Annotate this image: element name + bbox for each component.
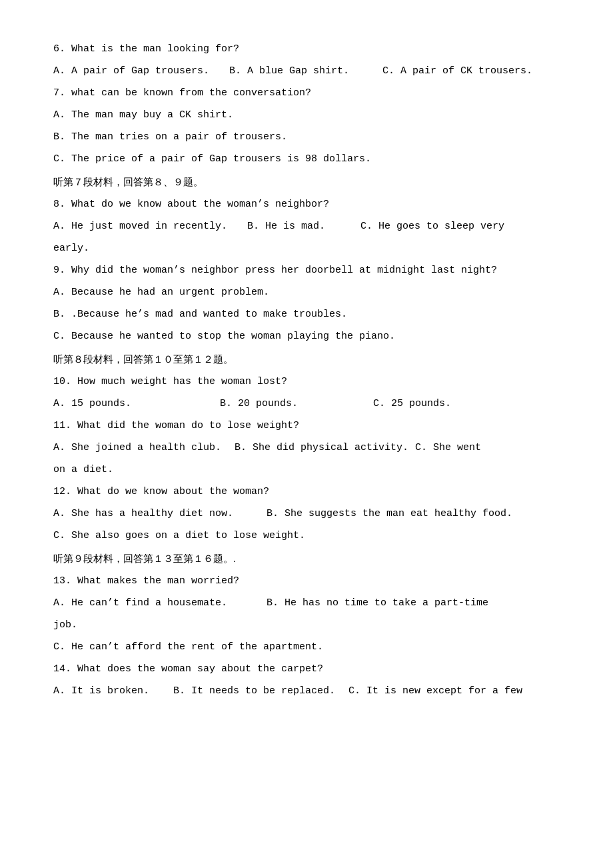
options-wrap3: A. He can’t find a housemate.B. He has n… bbox=[53, 594, 560, 612]
content-block: C. The price of a pair of Gap trousers i… bbox=[53, 150, 560, 168]
content-block: C. Because he wanted to stop the woman p… bbox=[53, 327, 560, 345]
option-text: A. The man may buy a CK shirt. bbox=[53, 106, 560, 124]
option-b: B. She did physical activity. bbox=[235, 439, 408, 457]
question-text: 8. What do we know about the woman’s nei… bbox=[53, 195, 560, 213]
option-wrap-extra: on a diet. bbox=[53, 461, 560, 479]
content-block: 10. How much weight has the woman lost? bbox=[53, 373, 560, 391]
content-block: A. He just moved in recently.B. He is ma… bbox=[53, 217, 560, 257]
content-block: A. Because he had an urgent problem. bbox=[53, 283, 560, 301]
option-text: A. Because he had an urgent problem. bbox=[53, 283, 560, 301]
question-text: 10. How much weight has the woman lost? bbox=[53, 373, 560, 391]
options-inline: A. A pair of Gap trousers.B. A blue Gap … bbox=[53, 62, 560, 80]
option-a: A. It is broken. bbox=[53, 682, 160, 700]
options-wrap2: A. She joined a health club.B. She did p… bbox=[53, 439, 560, 457]
content-block: C. She also goes on a diet to lose weigh… bbox=[53, 527, 560, 545]
content-block: 6. What is the man looking for? bbox=[53, 40, 560, 58]
option-c: C. 25 pounds. bbox=[373, 398, 451, 409]
question-text: 6. What is the man looking for? bbox=[53, 40, 560, 58]
content-block: A. She has a healthy diet now.B. She sug… bbox=[53, 505, 560, 523]
question-text: 14. What does the woman say about the ca… bbox=[53, 660, 560, 678]
option-a: A. He just moved in recently. bbox=[53, 217, 227, 235]
options-wrap: A. He just moved in recently.B. He is ma… bbox=[53, 217, 560, 235]
content-block: B. .Because he’s mad and wanted to make … bbox=[53, 305, 560, 323]
content-block: 11. What did the woman do to lose weight… bbox=[53, 417, 560, 435]
option-c: C. It is new except for a few bbox=[348, 685, 522, 697]
option-text: C. Because he wanted to stop the woman p… bbox=[53, 327, 560, 345]
content-block: 8. What do we know about the woman’s nei… bbox=[53, 195, 560, 213]
question-text: 9. Why did the woman’s neighbor press he… bbox=[53, 261, 560, 279]
option-a: A. She has a healthy diet now. bbox=[53, 505, 253, 523]
option-b: B. It needs to be replaced. bbox=[173, 682, 335, 700]
content-block: 听第９段材料，回答第１３至第１６题。. bbox=[53, 550, 560, 568]
options-inline: A. 15 pounds.B. 20 pounds.C. 25 pounds. bbox=[53, 395, 560, 413]
option-text: C. The price of a pair of Gap trousers i… bbox=[53, 150, 560, 168]
option-c: C. A pair of CK trousers. bbox=[382, 65, 532, 77]
content-block: 听第７段材料，回答第８、９题。 bbox=[53, 173, 560, 191]
content-block: A. A pair of Gap trousers.B. A blue Gap … bbox=[53, 62, 560, 80]
options-partial: A. It is broken.B. It needs to be replac… bbox=[53, 682, 560, 700]
main-content: 6. What is the man looking for?A. A pair… bbox=[53, 40, 560, 700]
content-block: 12. What do we know about the woman? bbox=[53, 483, 560, 501]
option-text: C. She also goes on a diet to lose weigh… bbox=[53, 527, 560, 545]
section-header: 听第９段材料，回答第１３至第１６题。. bbox=[53, 550, 560, 568]
option-b: B. A blue Gap shirt. bbox=[229, 62, 362, 80]
content-block: 7. what can be known from the conversati… bbox=[53, 84, 560, 102]
content-block: C. He can’t afford the rent of the apart… bbox=[53, 638, 560, 656]
content-block: 听第８段材料，回答第１０至第１２题。 bbox=[53, 351, 560, 369]
content-block: 13. What makes the man worried? bbox=[53, 572, 560, 590]
question-text: 13. What makes the man worried? bbox=[53, 572, 560, 590]
content-block: A. She joined a health club.B. She did p… bbox=[53, 439, 560, 479]
content-block: 14. What does the woman say about the ca… bbox=[53, 660, 560, 678]
option-text: B. .Because he’s mad and wanted to make … bbox=[53, 305, 560, 323]
option-a: A. 15 pounds. bbox=[53, 395, 200, 413]
option-a: A. He can’t find a housemate. bbox=[53, 594, 240, 612]
option-a: A. She joined a health club. bbox=[53, 439, 221, 457]
option-c: C. He goes to sleep very bbox=[360, 221, 504, 232]
option-wrap-extra: job. bbox=[53, 616, 560, 634]
option-b: B. He has no time to take a part-time bbox=[267, 597, 488, 609]
option-b: B. 20 pounds. bbox=[220, 395, 353, 413]
content-block: A. He can’t find a housemate.B. He has n… bbox=[53, 594, 560, 634]
content-block: A. 15 pounds.B. 20 pounds.C. 25 pounds. bbox=[53, 395, 560, 413]
section-header: 听第８段材料，回答第１０至第１２题。 bbox=[53, 351, 560, 369]
content-block: A. It is broken.B. It needs to be replac… bbox=[53, 682, 560, 700]
option-wrap-extra: early. bbox=[53, 239, 560, 257]
option-c: C. She went bbox=[415, 442, 481, 453]
content-block: 9. Why did the woman’s neighbor press he… bbox=[53, 261, 560, 279]
option-b: B. She suggests the man eat healthy food… bbox=[267, 508, 512, 519]
option-b: B. He is mad. bbox=[247, 217, 340, 235]
content-block: A. The man may buy a CK shirt. bbox=[53, 106, 560, 124]
section-header: 听第７段材料，回答第８、９题。 bbox=[53, 173, 560, 191]
question-text: 12. What do we know about the woman? bbox=[53, 483, 560, 501]
options-twoline: A. She has a healthy diet now.B. She sug… bbox=[53, 505, 560, 523]
option-text: C. He can’t afford the rent of the apart… bbox=[53, 638, 560, 656]
option-a: A. A pair of Gap trousers. bbox=[53, 62, 209, 80]
question-text: 11. What did the woman do to lose weight… bbox=[53, 417, 560, 435]
option-text: B. The man tries on a pair of trousers. bbox=[53, 128, 560, 146]
question-text: 7. what can be known from the conversati… bbox=[53, 84, 560, 102]
content-block: B. The man tries on a pair of trousers. bbox=[53, 128, 560, 146]
